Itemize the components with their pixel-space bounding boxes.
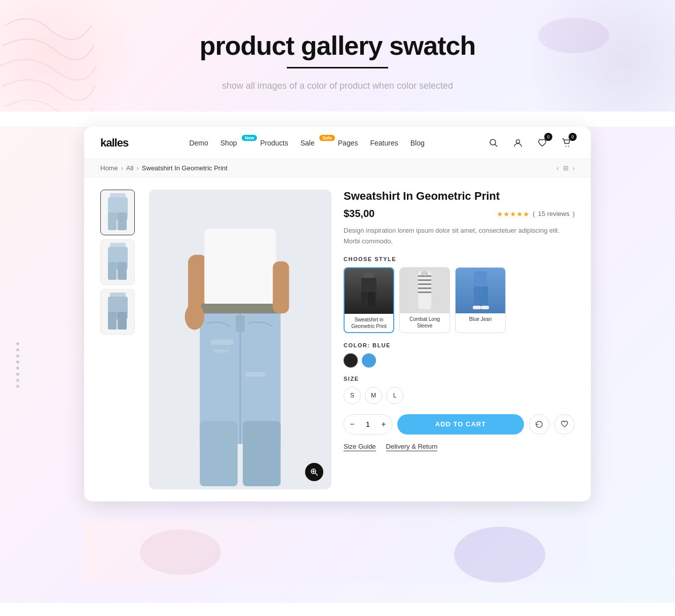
svg-rect-48 <box>418 287 431 289</box>
choose-style-label: CHOOSE STYLE <box>344 256 575 262</box>
svg-rect-31 <box>245 372 265 377</box>
svg-line-2 <box>495 144 498 147</box>
main-image-content <box>149 190 331 489</box>
main-product-image <box>149 190 331 489</box>
nav-item-features[interactable]: Features <box>370 139 398 147</box>
reviews-count-value[interactable]: 15 reviews <box>538 210 570 218</box>
svg-rect-41 <box>361 292 368 307</box>
thumb-image-2 <box>104 242 132 282</box>
left-dots-decoration <box>16 342 19 388</box>
navbar: kalles Demo Shop New Products Sale Sale … <box>84 127 591 159</box>
breadcrumb: Home › All › Sweatshirt In Geometric Pri… <box>84 159 591 177</box>
product-section: Sweatshirt In Geometric Print $35,00 ★★★… <box>84 177 591 501</box>
next-product-button[interactable]: › <box>573 164 575 172</box>
nav-logo[interactable]: kalles <box>100 136 128 150</box>
size-button-m[interactable]: M <box>365 387 382 404</box>
model-figure <box>149 190 331 489</box>
style-card-image-2 <box>456 268 505 313</box>
page-bottom <box>84 522 591 583</box>
breadcrumb-home[interactable]: Home <box>100 164 118 172</box>
product-title: Sweatshirt In Geometric Print <box>344 190 575 203</box>
svg-rect-32 <box>236 315 245 332</box>
prev-product-button[interactable]: ‹ <box>556 164 558 172</box>
nav-item-products[interactable]: Products <box>260 139 288 147</box>
product-reviews: ★★★★★ (15 reviews) <box>497 210 575 218</box>
style-card-2[interactable]: Blue Jean <box>455 267 506 333</box>
nav-item-demo[interactable]: Demo <box>189 139 208 147</box>
svg-rect-53 <box>481 286 488 308</box>
color-label: COLOR: BLUE <box>344 342 575 348</box>
delivery-return-link[interactable]: Delivery & Return <box>386 443 438 451</box>
wishlist-count: 0 <box>544 133 552 141</box>
svg-rect-27 <box>200 421 238 486</box>
add-to-cart-button[interactable]: ADD TO CART <box>397 414 524 434</box>
shop-new-badge: New <box>242 135 257 141</box>
wishlist-button-product[interactable] <box>554 414 575 434</box>
breadcrumb-all[interactable]: All <box>126 164 133 172</box>
nav-icons: 0 0 <box>485 135 575 151</box>
svg-point-5 <box>568 146 569 147</box>
size-row: S M L <box>344 387 575 404</box>
style-card-label-0: Sweatshirt in Geometric Print <box>345 314 393 332</box>
svg-rect-29 <box>211 340 234 345</box>
deco-bottom-right <box>449 517 550 593</box>
breadcrumb-left: Home › All › Sweatshirt In Geometric Pri… <box>100 164 228 172</box>
zoom-icon <box>310 468 318 476</box>
star-rating: ★★★★★ <box>497 210 530 218</box>
color-swatch-black[interactable] <box>344 353 358 368</box>
svg-point-58 <box>140 529 221 575</box>
svg-rect-52 <box>474 286 480 308</box>
store-frame: kalles Demo Shop New Products Sale Sale … <box>84 127 591 501</box>
size-button-l[interactable]: L <box>386 387 403 404</box>
svg-rect-14 <box>118 262 127 280</box>
nav-item-shop[interactable]: Shop New <box>220 139 248 147</box>
svg-point-57 <box>454 527 545 583</box>
product-info: Sweatshirt In Geometric Print $35,00 ★★★… <box>344 190 575 489</box>
refresh-button[interactable] <box>529 414 549 434</box>
svg-rect-51 <box>474 271 487 289</box>
svg-rect-30 <box>213 349 229 352</box>
grid-view-button[interactable]: ⊞ <box>563 164 569 172</box>
cart-row: − 1 + ADD TO CART <box>344 414 575 434</box>
user-icon <box>513 138 522 148</box>
svg-rect-9 <box>118 212 127 230</box>
quantity-control: − 1 + <box>344 414 392 434</box>
style-image-stripe <box>412 271 437 309</box>
product-footer-links: Size Guide Delivery & Return <box>344 443 575 451</box>
svg-rect-56 <box>481 306 489 309</box>
product-description: Design inspiration lorem ipsum dolor sit… <box>344 226 575 247</box>
nav-item-pages[interactable]: Pages <box>338 139 358 147</box>
search-button[interactable] <box>485 135 502 151</box>
quantity-increase-button[interactable]: + <box>376 415 392 434</box>
product-price: $35,00 <box>344 208 374 220</box>
hero-subtitle: show all images of a color of product wh… <box>10 81 665 91</box>
thumb-image-3 <box>104 292 132 332</box>
style-card-0[interactable]: Sweatshirt in Geometric Print <box>344 267 394 333</box>
svg-rect-13 <box>108 262 117 280</box>
svg-point-33 <box>185 304 205 330</box>
nav-item-blog[interactable]: Blog <box>410 139 425 147</box>
style-image-black-outfit <box>356 272 382 310</box>
cart-button[interactable]: 0 <box>558 135 575 151</box>
wishlist-button[interactable]: 0 <box>534 135 550 151</box>
quantity-display: 1 <box>360 420 376 428</box>
nav-links: Demo Shop New Products Sale Sale Pages F <box>189 139 424 147</box>
svg-rect-49 <box>418 292 431 293</box>
thumbnail-1[interactable] <box>100 190 135 235</box>
breadcrumb-sep-1: › <box>121 164 123 172</box>
color-swatch-blue[interactable] <box>362 353 376 368</box>
svg-rect-19 <box>118 312 127 330</box>
style-card-1[interactable]: Combat Long Sleeve <box>399 267 450 333</box>
product-price-row: $35,00 ★★★★★ (15 reviews) <box>344 208 575 220</box>
size-guide-link[interactable]: Size Guide <box>344 443 376 451</box>
nav-item-sale[interactable]: Sale Sale <box>301 139 326 147</box>
svg-rect-42 <box>369 292 376 307</box>
thumbnail-3[interactable] <box>100 289 135 335</box>
size-button-s[interactable]: S <box>344 387 361 404</box>
quantity-decrease-button[interactable]: − <box>344 415 360 434</box>
thumbnail-2[interactable] <box>100 239 135 285</box>
sale-badge: Sale <box>319 135 335 141</box>
svg-rect-55 <box>473 306 481 309</box>
account-button[interactable] <box>510 135 526 151</box>
breadcrumb-right: ‹ ⊞ › <box>556 164 575 172</box>
